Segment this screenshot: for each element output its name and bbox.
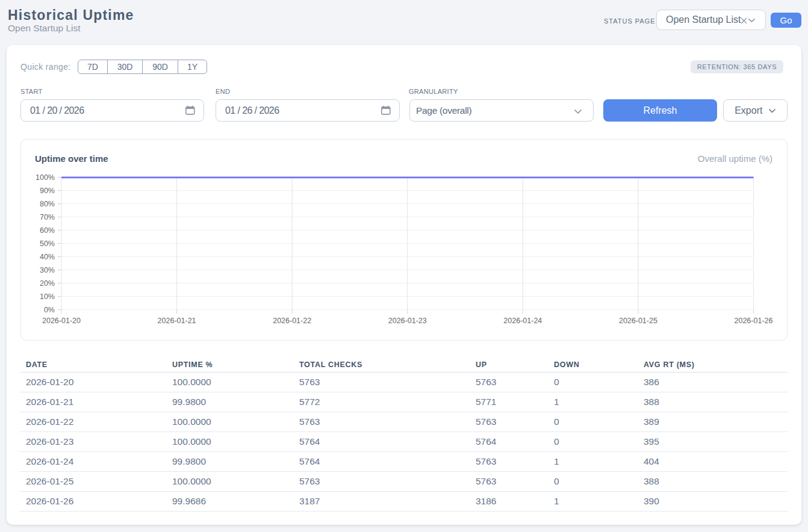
svg-text:0%: 0% xyxy=(44,306,55,314)
svg-text:40%: 40% xyxy=(40,253,55,261)
svg-text:2026-01-22: 2026-01-22 xyxy=(273,317,311,325)
svg-text:2026-01-21: 2026-01-21 xyxy=(158,317,196,325)
svg-text:70%: 70% xyxy=(40,213,55,221)
svg-text:2026-01-20: 2026-01-20 xyxy=(42,317,81,325)
svg-text:100%: 100% xyxy=(36,173,55,182)
svg-text:60%: 60% xyxy=(40,226,55,235)
svg-text:20%: 20% xyxy=(40,279,55,288)
svg-text:80%: 80% xyxy=(40,200,55,208)
svg-text:2026-01-24: 2026-01-24 xyxy=(503,317,542,325)
svg-text:2026-01-25: 2026-01-25 xyxy=(619,317,657,325)
svg-text:2026-01-26: 2026-01-26 xyxy=(735,317,773,325)
svg-text:30%: 30% xyxy=(40,266,55,274)
svg-text:10%: 10% xyxy=(40,292,55,301)
svg-text:2026-01-23: 2026-01-23 xyxy=(388,317,427,325)
svg-text:90%: 90% xyxy=(40,187,55,195)
svg-text:50%: 50% xyxy=(40,240,55,248)
